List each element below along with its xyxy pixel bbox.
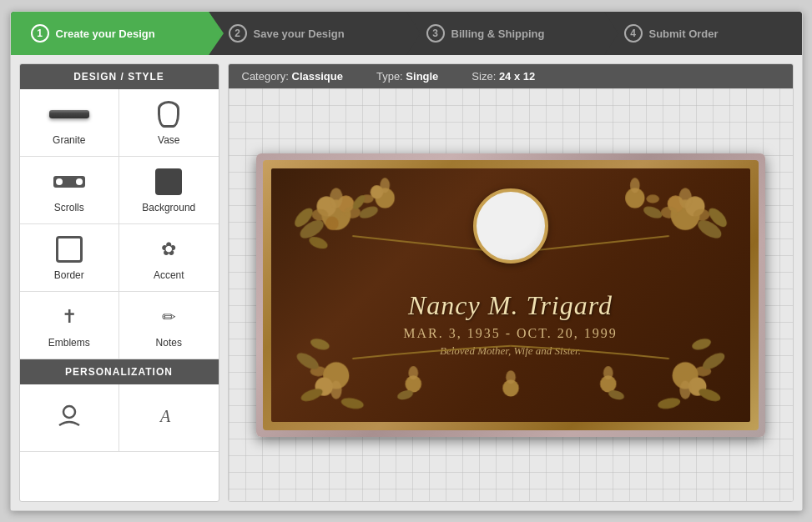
step-4-label: Submit Order xyxy=(649,28,719,40)
pers-icon-1 xyxy=(56,400,83,430)
svg-point-13 xyxy=(370,185,383,198)
svg-point-11 xyxy=(307,234,329,251)
type-value: Single xyxy=(406,70,438,83)
svg-point-20 xyxy=(667,195,683,212)
plaque-frame: Nancy M. Trigard MAR. 3, 1935 - OCT. 20,… xyxy=(263,160,759,430)
border-label: Border xyxy=(54,269,84,281)
svg-point-21 xyxy=(678,188,692,208)
steps-bar: 1 Create your Design 2 Save your Design … xyxy=(11,12,802,55)
vase-item[interactable]: Vase xyxy=(119,89,219,156)
plaque-inner: Nancy M. Trigard MAR. 3, 1935 - OCT. 20,… xyxy=(271,168,750,422)
photo-circle[interactable] xyxy=(473,188,548,264)
svg-point-25 xyxy=(705,204,729,229)
svg-text:A: A xyxy=(159,407,171,425)
svg-point-51 xyxy=(600,375,616,392)
scrolls-item[interactable]: Scrolls xyxy=(20,157,119,223)
accent-item[interactable]: ✿ Accent xyxy=(119,224,219,291)
svg-point-24 xyxy=(694,216,724,241)
accent-icon-area: ✿ xyxy=(156,234,181,264)
vase-icon xyxy=(158,101,179,128)
svg-point-17 xyxy=(351,193,367,211)
granite-label: Granite xyxy=(53,134,85,146)
svg-point-43 xyxy=(690,336,712,351)
notes-label: Notes xyxy=(156,337,182,349)
plaque-outer: Nancy M. Trigard MAR. 3, 1935 - OCT. 20,… xyxy=(256,153,765,437)
step-3[interactable]: 3 Billing & Shipping xyxy=(406,12,604,55)
step-3-label: Billing & Shipping xyxy=(451,28,545,40)
granite-item[interactable]: Granite xyxy=(20,89,119,156)
scrolls-icon-area xyxy=(53,167,85,197)
svg-point-34 xyxy=(294,349,320,372)
type-info: Type: Single xyxy=(376,70,438,83)
svg-point-42 xyxy=(700,349,727,372)
step-4[interactable]: 4 Submit Order xyxy=(604,12,802,55)
border-item[interactable]: Border xyxy=(20,224,119,291)
pers-item-1[interactable] xyxy=(20,384,119,451)
size-info: Size: 24 x 12 xyxy=(472,70,535,83)
svg-point-5 xyxy=(325,216,339,229)
svg-point-28 xyxy=(646,194,659,203)
svg-point-39 xyxy=(688,377,706,395)
scrolls-label: Scrolls xyxy=(54,202,84,213)
main-area: DESIGN / STYLE Granite Vase xyxy=(11,55,802,510)
svg-point-18 xyxy=(670,199,699,229)
background-item[interactable]: Background xyxy=(119,157,219,223)
size-value: 24 x 12 xyxy=(499,70,535,83)
plaque-text: Nancy M. Trigard MAR. 3, 1935 - OCT. 20,… xyxy=(403,290,618,358)
svg-point-31 xyxy=(315,377,332,395)
personalization-grid: A xyxy=(20,384,219,452)
border-icon xyxy=(56,236,83,263)
svg-point-3 xyxy=(316,196,335,216)
svg-point-9 xyxy=(297,216,326,241)
design-canvas[interactable]: Nancy M. Trigard MAR. 3, 1935 - OCT. 20,… xyxy=(229,88,793,501)
emblems-icon-area: ✝ xyxy=(57,302,82,332)
design-style-grid: Granite Vase Scrolls xyxy=(20,89,219,359)
notes-item[interactable]: ✏ Notes xyxy=(119,292,219,359)
step-1[interactable]: 1 Create your Design xyxy=(11,12,209,55)
accent-label: Accent xyxy=(154,269,184,281)
svg-point-27 xyxy=(630,178,640,193)
svg-point-6 xyxy=(330,188,343,208)
emblems-icon: ✝ xyxy=(57,304,82,329)
svg-point-30 xyxy=(323,362,349,389)
personalization-header: PERSONALIZATION xyxy=(20,359,219,384)
svg-point-8 xyxy=(344,206,360,218)
vase-icon-area xyxy=(158,99,179,129)
background-label: Background xyxy=(142,202,195,213)
plaque-wrapper: Nancy M. Trigard MAR. 3, 1935 - OCT. 20,… xyxy=(256,153,765,437)
svg-point-53 xyxy=(607,389,624,401)
step-1-num: 1 xyxy=(31,24,49,43)
info-bar: Category: Classique Type: Single Size: 2… xyxy=(229,64,793,88)
scrolls-icon xyxy=(53,176,85,188)
left-panel-scroll[interactable]: DESIGN / STYLE Granite Vase xyxy=(20,64,219,501)
granite-icon-area xyxy=(49,99,89,129)
notes-icon: ✏ xyxy=(156,304,181,329)
svg-point-33 xyxy=(310,366,325,376)
left-panel: DESIGN / STYLE Granite Vase xyxy=(19,63,219,502)
emblems-label: Emblems xyxy=(48,337,90,349)
granite-icon xyxy=(49,110,89,118)
svg-point-46 xyxy=(405,375,421,392)
svg-point-12 xyxy=(375,188,394,208)
step-2-num: 2 xyxy=(229,24,247,43)
svg-point-19 xyxy=(685,196,704,216)
plaque-subtitle: Beloved Mother, Wife and Sister. xyxy=(403,344,618,358)
svg-point-26 xyxy=(625,188,644,208)
notes-icon-area: ✏ xyxy=(156,302,181,332)
svg-point-22 xyxy=(660,206,676,218)
svg-point-45 xyxy=(657,396,681,410)
step-2[interactable]: 2 Save your Design xyxy=(209,12,406,55)
pers-item-2[interactable]: A xyxy=(119,384,219,451)
svg-point-49 xyxy=(502,379,518,396)
svg-point-0 xyxy=(63,406,75,418)
border-icon-area xyxy=(56,234,83,264)
pers-icon-2: A xyxy=(155,400,182,430)
svg-point-47 xyxy=(408,366,418,379)
right-panel: Category: Classique Type: Single Size: 2… xyxy=(228,63,794,502)
emblems-item[interactable]: ✝ Emblems xyxy=(20,292,119,359)
svg-point-48 xyxy=(396,389,413,401)
svg-point-15 xyxy=(361,194,374,203)
plaque-dates: MAR. 3, 1935 - OCT. 20, 1999 xyxy=(403,326,618,341)
accent-icon: ✿ xyxy=(156,237,181,262)
svg-point-32 xyxy=(330,380,342,399)
